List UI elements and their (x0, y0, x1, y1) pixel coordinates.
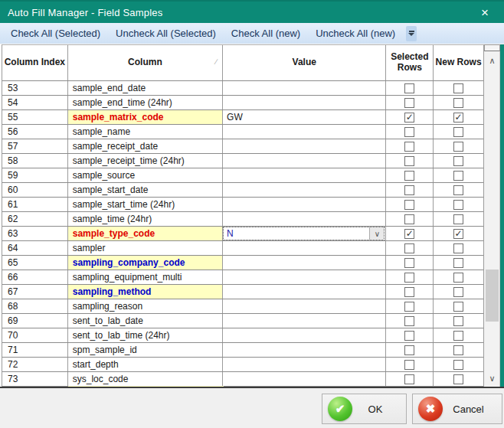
cell-selected-rows (386, 285, 434, 299)
scroll-down-button[interactable]: ∨ (484, 371, 500, 386)
value-combobox[interactable]: N∨ (223, 227, 385, 240)
uncheck-all-selected-button[interactable]: Uncheck All (Selected) (110, 25, 222, 41)
cell-value[interactable] (223, 256, 386, 270)
cancel-button[interactable]: ✖ Cancel (412, 394, 502, 424)
selected-rows-checkbox[interactable] (404, 185, 414, 195)
scroll-up-button[interactable]: ∧ (484, 53, 500, 68)
selected-rows-checkbox[interactable] (404, 273, 414, 283)
cell-selected-rows (386, 168, 434, 182)
selected-rows-checkbox[interactable] (404, 83, 414, 93)
header-column-index[interactable]: Column Index (2, 45, 68, 80)
new-rows-checkbox[interactable] (453, 98, 463, 108)
cell-selected-rows (386, 125, 434, 139)
new-rows-checkbox[interactable] (453, 142, 463, 152)
new-rows-checkbox[interactable]: ✓ (453, 229, 463, 239)
selected-rows-checkbox[interactable] (404, 142, 414, 152)
cell-value[interactable] (223, 125, 386, 139)
cell-value[interactable] (223, 198, 386, 211)
cell-value[interactable] (223, 81, 386, 95)
new-rows-checkbox[interactable] (453, 156, 463, 166)
new-rows-checkbox[interactable] (453, 83, 463, 93)
cell-value[interactable] (223, 212, 386, 226)
cell-selected-rows (386, 328, 434, 342)
cell-value[interactable] (223, 343, 386, 357)
check-all-selected-button[interactable]: Check All (Selected) (5, 25, 106, 41)
cell-value[interactable] (223, 299, 386, 313)
cell-value[interactable]: N∨ (223, 227, 386, 240)
ok-button[interactable]: ✔ OK (322, 394, 407, 424)
selected-rows-checkbox[interactable] (404, 316, 414, 326)
uncheck-all-new-button[interactable]: Uncheck All (new) (309, 25, 401, 41)
cell-column-index: 54 (2, 96, 68, 109)
new-rows-checkbox[interactable] (453, 316, 463, 326)
cell-value[interactable] (223, 154, 386, 168)
selected-rows-checkbox[interactable] (404, 360, 414, 370)
vertical-scrollbar[interactable]: ∧ ∨ (484, 44, 500, 387)
cell-column-index: 69 (2, 314, 68, 328)
selected-rows-checkbox[interactable] (404, 214, 414, 224)
chevron-down-icon[interactable]: ∨ (369, 227, 384, 240)
selected-rows-checkbox[interactable] (404, 243, 414, 253)
chevron-down-icon: ∨ (489, 374, 495, 384)
selected-rows-checkbox[interactable] (404, 200, 414, 210)
selected-rows-checkbox[interactable] (404, 258, 414, 268)
header-new-rows[interactable]: New Rows (434, 45, 483, 80)
new-rows-checkbox[interactable] (453, 171, 463, 181)
selected-rows-checkbox[interactable] (404, 127, 414, 137)
cell-value[interactable]: GW (223, 110, 386, 124)
toolbar-overflow-button[interactable] (406, 26, 417, 41)
selected-rows-checkbox[interactable] (404, 374, 414, 384)
scrollbar-thumb[interactable] (486, 270, 499, 322)
new-rows-checkbox[interactable] (453, 287, 463, 297)
cell-value[interactable] (223, 328, 386, 342)
cell-new-rows (434, 125, 483, 139)
new-rows-checkbox[interactable] (453, 302, 463, 312)
new-rows-checkbox[interactable] (453, 374, 463, 384)
selected-rows-checkbox[interactable] (404, 302, 414, 312)
cell-column-index: 56 (2, 125, 68, 139)
header-selected-rows[interactable]: Selected Rows (386, 45, 434, 80)
cell-column-index: 61 (2, 198, 68, 211)
cell-selected-rows (386, 358, 434, 371)
cell-new-rows (434, 285, 483, 299)
table-row: 72 start_depth (2, 358, 483, 372)
selected-rows-checkbox[interactable] (404, 156, 414, 166)
selected-rows-checkbox[interactable] (404, 331, 414, 341)
cell-selected-rows (386, 198, 434, 211)
new-rows-checkbox[interactable] (453, 185, 463, 195)
cell-value[interactable] (223, 372, 386, 386)
selected-rows-checkbox[interactable]: ✓ (404, 113, 414, 123)
cell-value[interactable] (223, 241, 386, 255)
cell-column-name: sent_to_lab_time (24hr) (68, 328, 223, 342)
new-rows-checkbox[interactable] (453, 200, 463, 210)
selected-rows-checkbox[interactable]: ✓ (404, 229, 414, 239)
new-rows-checkbox[interactable] (453, 127, 463, 137)
new-rows-checkbox[interactable] (453, 214, 463, 224)
new-rows-checkbox[interactable] (453, 273, 463, 283)
selected-rows-checkbox[interactable] (404, 287, 414, 297)
cell-value[interactable] (223, 358, 386, 371)
header-column[interactable]: Column ∕ (68, 45, 223, 80)
check-all-new-button[interactable]: Check All (new) (225, 25, 306, 41)
header-value[interactable]: Value (223, 45, 386, 80)
cell-value[interactable] (223, 139, 386, 153)
new-rows-checkbox[interactable] (453, 243, 463, 253)
selected-rows-checkbox[interactable] (404, 98, 414, 108)
ok-button-label: OK (352, 403, 406, 415)
cell-selected-rows (386, 96, 434, 109)
cell-value[interactable] (223, 270, 386, 284)
cell-selected-rows (386, 154, 434, 168)
cell-value[interactable] (223, 285, 386, 299)
selected-rows-checkbox[interactable] (404, 171, 414, 181)
new-rows-checkbox[interactable] (453, 345, 463, 355)
cell-value[interactable] (223, 314, 386, 328)
new-rows-checkbox[interactable] (453, 360, 463, 370)
cell-value[interactable] (223, 183, 386, 197)
close-button[interactable]: × (472, 2, 498, 25)
new-rows-checkbox[interactable] (453, 331, 463, 341)
selected-rows-checkbox[interactable] (404, 345, 414, 355)
new-rows-checkbox[interactable] (453, 258, 463, 268)
cell-value[interactable] (223, 168, 386, 182)
cell-value[interactable] (223, 96, 386, 109)
new-rows-checkbox[interactable]: ✓ (453, 113, 463, 123)
